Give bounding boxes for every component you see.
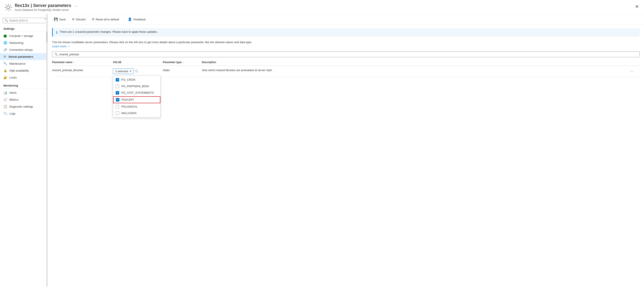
- connection-strings-icon: 🔗: [4, 48, 7, 51]
- reset-label: Reset all to default: [96, 18, 119, 21]
- cell-param-type: Static: [163, 68, 202, 72]
- description-text: This list shows modifiable server parame…: [52, 40, 640, 44]
- sidebar-item-logs[interactable]: 📉 Logs: [0, 110, 48, 117]
- dropdown-label-pg-stat-statements: PG_STAT_STATEMENTS: [121, 91, 154, 94]
- header-ellipsis[interactable]: ···: [74, 4, 78, 8]
- sidebar-label-logs: Logs: [9, 112, 16, 115]
- sidebar-item-metrics[interactable]: 📈 Metrics: [0, 96, 48, 103]
- cell-actions: ···: [629, 68, 640, 74]
- reset-button[interactable]: ↺ Reset all to default: [89, 16, 122, 22]
- dropdown-label-pg-partman-bgw: PG_PARTMAN_BGW: [121, 85, 149, 88]
- sidebar-item-locks[interactable]: 🔐 Locks: [0, 74, 48, 81]
- monitoring-section-title: Monitoring: [0, 82, 48, 88]
- learn-more-link[interactable]: Learn more ↗: [52, 45, 70, 48]
- feedback-button[interactable]: 👤 Feedback: [125, 16, 148, 22]
- table-header: Parameter name ↕ VALUE Parameter type ↕ …: [52, 59, 640, 66]
- checkbox-wal2json: [116, 111, 119, 115]
- param-search-box[interactable]: 🔍: [52, 51, 640, 57]
- checkbox-pgaudit: ✓: [116, 98, 120, 101]
- checkbox-pglogical: [116, 105, 119, 108]
- locks-icon: 🔐: [4, 76, 7, 79]
- main-content: 💾 Save ✕ Discard ↺ Reset all to default …: [48, 14, 644, 287]
- collapse-sidebar-button[interactable]: «: [44, 17, 46, 20]
- sidebar-item-compute[interactable]: ⬤ Compute + storage: [0, 32, 48, 39]
- server-parameters-icon: ⚙: [4, 55, 6, 58]
- sidebar-label-diagnostic-settings: Diagnostic settings: [9, 105, 33, 108]
- page-title: flex13x | Server parameters: [15, 3, 71, 8]
- discard-button[interactable]: ✕ Discard: [69, 16, 88, 22]
- discard-label: Discard: [76, 18, 86, 21]
- sidebar-label-high-availability: High availability: [9, 69, 29, 72]
- cell-description: Sets which shared libraries are preloade…: [202, 68, 629, 72]
- sidebar-item-high-availability[interactable]: 🔒 High availability: [0, 67, 48, 74]
- description-area: This list shows modifiable server parame…: [48, 38, 644, 50]
- alerts-icon: 📊: [4, 91, 7, 94]
- diagnostic-settings-icon: 📋: [4, 105, 7, 108]
- row-ellipsis-button[interactable]: ···: [629, 68, 635, 74]
- discard-icon: ✕: [72, 17, 75, 21]
- info-icon: ℹ: [56, 30, 58, 34]
- dropdown-item-wal2json[interactable]: WAL2JSON: [113, 110, 160, 116]
- dropdown-menu: ✓ PG_CRON PG_PARTMAN_BGW: [113, 75, 160, 118]
- info-banner: ℹ There are 1 unsaved parameter changes.…: [52, 28, 640, 37]
- sidebar-label-alerts: Alerts: [9, 91, 16, 94]
- sidebar-item-connection-strings[interactable]: 🔗 Connection strings: [0, 46, 48, 53]
- svg-point-0: [7, 6, 10, 9]
- sidebar-item-networking[interactable]: 🌐 Networking: [0, 39, 48, 46]
- networking-icon: 🌐: [4, 41, 7, 44]
- info-banner-text: There are 1 unsaved parameter changes. P…: [60, 30, 158, 33]
- table-row: shared_preload_libraries 3 selected ▾ ⓘ: [52, 66, 640, 77]
- metrics-icon: 📈: [4, 98, 7, 101]
- sidebar: 🔍 « Settings ⬤ Compute + storage 🌐 Netwo…: [0, 14, 48, 287]
- compute-icon: ⬤: [4, 34, 7, 37]
- toolbar: 💾 Save ✕ Discard ↺ Reset all to default …: [48, 14, 644, 24]
- col-header-value: VALUE: [113, 61, 163, 64]
- sidebar-item-server-parameters[interactable]: ⚙ Server parameters: [0, 53, 48, 60]
- sort-icon-param-type: ↕: [182, 61, 184, 63]
- dropdown-label-pg-cron: PG_CRON: [121, 78, 135, 81]
- checkbox-pg-cron: ✓: [116, 78, 119, 81]
- sidebar-item-alerts[interactable]: 📊 Alerts: [0, 89, 48, 96]
- save-icon: 💾: [54, 17, 58, 21]
- chevron-down-icon: ▾: [130, 70, 131, 73]
- info-circle-icon[interactable]: ⓘ: [135, 69, 138, 73]
- feedback-icon: 👤: [128, 17, 132, 21]
- dropdown-label-pgaudit: PGAUDIT: [122, 98, 134, 101]
- external-link-icon: ↗: [68, 45, 70, 48]
- dropdown-label-wal2json: WAL2JSON: [121, 111, 136, 115]
- settings-section-title: Settings: [0, 25, 48, 31]
- sidebar-search-box[interactable]: 🔍: [2, 18, 45, 23]
- checkbox-pg-partman-bgw: [116, 85, 119, 88]
- dropdown-item-pg-cron[interactable]: ✓ PG_CRON: [113, 76, 160, 83]
- sort-icon-param-name: ↕: [73, 61, 74, 63]
- save-label: Save: [59, 18, 66, 21]
- dropdown-item-pg-partman-bgw[interactable]: PG_PARTMAN_BGW: [113, 83, 160, 90]
- reset-icon: ↺: [92, 17, 94, 21]
- logs-icon: 📉: [4, 112, 7, 115]
- search-icon: 🔍: [4, 19, 8, 22]
- gear-icon: [4, 3, 12, 12]
- col-header-param-type[interactable]: Parameter type ↕: [163, 61, 202, 64]
- sidebar-item-maintenance[interactable]: 🔧 Maintenance: [0, 60, 48, 67]
- save-button[interactable]: 💾 Save: [51, 16, 68, 22]
- table: Parameter name ↕ VALUE Parameter type ↕ …: [48, 59, 644, 77]
- sidebar-item-diagnostic-settings[interactable]: 📋 Diagnostic settings: [0, 103, 48, 110]
- page-subtitle: Azure Database for PostgreSQL flexible s…: [15, 8, 71, 11]
- sidebar-label-maintenance: Maintenance: [9, 62, 26, 65]
- high-availability-icon: 🔒: [4, 69, 7, 72]
- param-search-input[interactable]: [59, 53, 637, 56]
- value-dropdown-button[interactable]: 3 selected ▾: [113, 68, 134, 74]
- sidebar-label-server-parameters: Server parameters: [8, 55, 33, 58]
- dropdown-label-pglogical: PGLOGICAL: [121, 105, 138, 108]
- col-header-param-name[interactable]: Parameter name ↕: [52, 61, 113, 64]
- sidebar-search-input[interactable]: [9, 19, 46, 22]
- dropdown-item-pglogical[interactable]: PGLOGICAL: [113, 103, 160, 110]
- maintenance-icon: 🔧: [4, 62, 7, 65]
- dropdown-item-pg-stat-statements[interactable]: ✓ PG_STAT_STATEMENTS: [113, 90, 160, 96]
- cell-value: 3 selected ▾ ⓘ ✓ PG_CRON: [113, 68, 163, 74]
- param-search-icon: 🔍: [54, 53, 58, 56]
- sidebar-label-compute: Compute + storage: [9, 34, 33, 37]
- close-button[interactable]: ✕: [634, 3, 640, 10]
- feedback-label: Feedback: [133, 18, 146, 21]
- dropdown-item-pgaudit[interactable]: ✓ PGAUDIT: [113, 96, 160, 103]
